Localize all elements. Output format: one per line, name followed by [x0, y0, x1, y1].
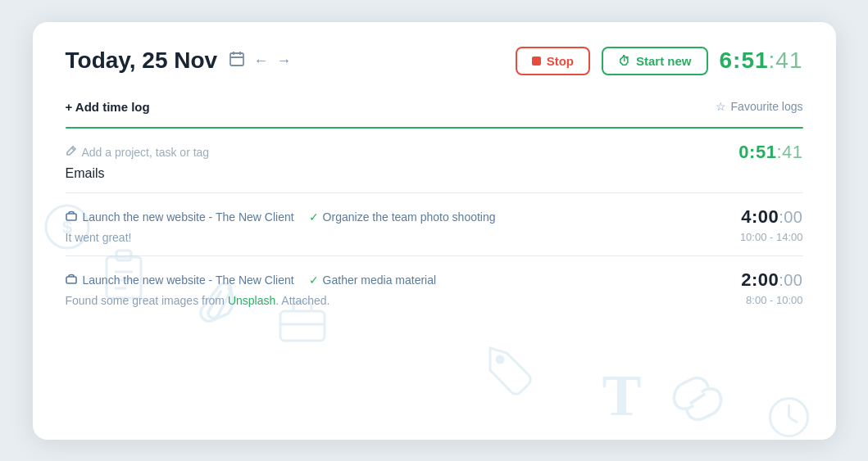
log-entry-top-1: Launch the new website - The New Client …	[66, 206, 803, 228]
log-entry-bottom-2: Found some great images from Unsplash. A…	[66, 294, 803, 307]
briefcase-small-icon	[66, 210, 77, 224]
svg-point-11	[770, 398, 807, 436]
timer-icon: ⏱	[618, 54, 630, 68]
add-time-log-button[interactable]: + Add time log	[66, 95, 150, 119]
next-icon[interactable]: →	[276, 52, 291, 70]
global-timer: 6:51:41	[720, 47, 803, 74]
stop-button[interactable]: Stop	[516, 47, 590, 75]
header-actions: Stop ⏱ Start new 6:51:41	[516, 47, 803, 75]
star-icon: ☆	[716, 100, 726, 113]
date-display: Today, 25 Nov	[66, 47, 218, 74]
header: Today, 25 Nov ← → Stop ⏱ Start new	[66, 47, 803, 75]
svg-rect-19	[66, 214, 76, 220]
header-nav: ← →	[229, 51, 291, 71]
svg-line-13	[788, 417, 798, 423]
svg-rect-20	[66, 277, 76, 283]
text-icon: T	[602, 362, 642, 430]
log-entry-bottom-1: It went great! 10:00 - 14:00	[66, 231, 803, 244]
svg-rect-14	[230, 53, 243, 66]
log-duration-1: 4:00:00	[741, 206, 802, 228]
active-timer-display: 0:51:41	[738, 142, 802, 163]
calendar-icon[interactable]	[229, 51, 245, 71]
log-entry: Launch the new website - The New Client …	[66, 193, 803, 256]
briefcase-small-icon-2	[66, 273, 77, 287]
svg-line-10	[690, 394, 705, 404]
log-entry-top-2: Launch the new website - The New Client …	[66, 269, 803, 291]
log-time-range-1: 10:00 - 14:00	[740, 231, 803, 243]
stop-icon	[532, 56, 541, 66]
edit-icon	[66, 145, 77, 159]
start-new-button[interactable]: ⏱ Start new	[602, 47, 708, 75]
log-task-2: ✓ Gather media material	[309, 273, 437, 287]
check-icon-2: ✓	[309, 273, 319, 287]
log-project-1: Launch the new website - The New Client	[66, 210, 294, 224]
active-entry-name: Emails	[66, 166, 803, 181]
tag-icon	[484, 341, 533, 400]
log-note-1: It went great!	[66, 231, 132, 244]
toolbar: + Add time log ☆ Favourite logs	[66, 95, 803, 119]
svg-point-9	[497, 356, 503, 363]
add-project-link[interactable]: Add a project, task or tag	[66, 145, 210, 159]
unsplash-link[interactable]: Unsplash	[228, 294, 275, 307]
favourite-logs-button[interactable]: ☆ Favourite logs	[716, 100, 803, 113]
log-time-range-2: 8:00 - 10:00	[746, 294, 802, 306]
link-icon	[670, 374, 725, 427]
main-card: $ T	[33, 22, 836, 440]
log-project-2: Launch the new website - The New Client	[66, 273, 294, 287]
active-log-entry: Add a project, task or tag 0:51:41 Email…	[66, 129, 803, 193]
log-note-2: Found some great images from Unsplash. A…	[66, 294, 330, 307]
prev-icon[interactable]: ←	[253, 52, 268, 70]
log-task-1: ✓ Organize the team photo shooting	[309, 210, 496, 224]
clock-icon	[766, 395, 811, 440]
log-entry-2: Launch the new website - The New Client …	[66, 256, 803, 319]
log-duration-2: 2:00:00	[741, 269, 802, 291]
active-entry-top: Add a project, task or tag 0:51:41	[66, 142, 803, 163]
check-icon-1: ✓	[309, 210, 319, 224]
